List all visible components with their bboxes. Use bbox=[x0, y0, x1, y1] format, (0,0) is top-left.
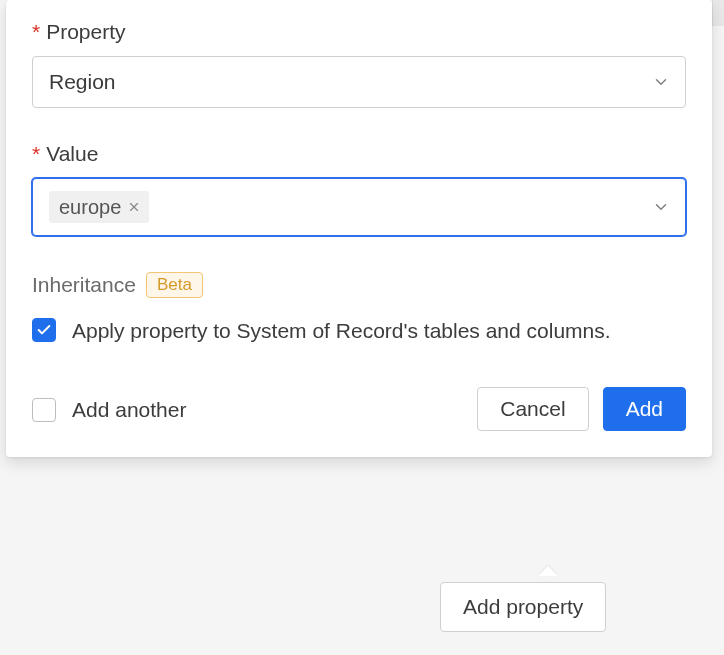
property-label: *Property bbox=[32, 20, 686, 44]
value-chip-text: europe bbox=[59, 195, 121, 219]
inheritance-checkbox-label: Apply property to System of Record's tab… bbox=[72, 316, 611, 345]
beta-badge: Beta bbox=[146, 272, 203, 298]
add-property-modal: *Property Region *Value europe Inheritan… bbox=[6, 0, 712, 457]
add-property-button[interactable]: Add property bbox=[440, 582, 606, 632]
close-icon[interactable] bbox=[127, 200, 141, 214]
add-button[interactable]: Add bbox=[603, 387, 686, 431]
add-another-checkbox[interactable] bbox=[32, 398, 56, 422]
inheritance-checkbox[interactable] bbox=[32, 318, 56, 342]
add-another-label: Add another bbox=[72, 395, 186, 424]
value-select-wrap: europe bbox=[32, 178, 686, 236]
value-chip: europe bbox=[49, 191, 149, 223]
property-select[interactable]: Region bbox=[32, 56, 686, 108]
popover-pointer bbox=[538, 566, 558, 576]
background-strip bbox=[712, 0, 724, 26]
inheritance-checkbox-row: Apply property to System of Record's tab… bbox=[32, 316, 686, 345]
property-select-value: Region bbox=[49, 69, 116, 94]
inheritance-row: Inheritance Beta bbox=[32, 272, 686, 298]
required-asterisk: * bbox=[32, 142, 40, 165]
modal-footer: Add another Cancel Add bbox=[32, 387, 686, 431]
value-label: *Value bbox=[32, 142, 686, 166]
footer-left: Add another bbox=[32, 395, 186, 424]
cancel-button[interactable]: Cancel bbox=[477, 387, 588, 431]
value-label-text: Value bbox=[46, 142, 98, 165]
footer-right: Cancel Add bbox=[477, 387, 686, 431]
required-asterisk: * bbox=[32, 20, 40, 43]
property-select-wrap: Region bbox=[32, 56, 686, 108]
value-select[interactable]: europe bbox=[32, 178, 686, 236]
property-label-text: Property bbox=[46, 20, 125, 43]
inheritance-label: Inheritance bbox=[32, 273, 136, 297]
